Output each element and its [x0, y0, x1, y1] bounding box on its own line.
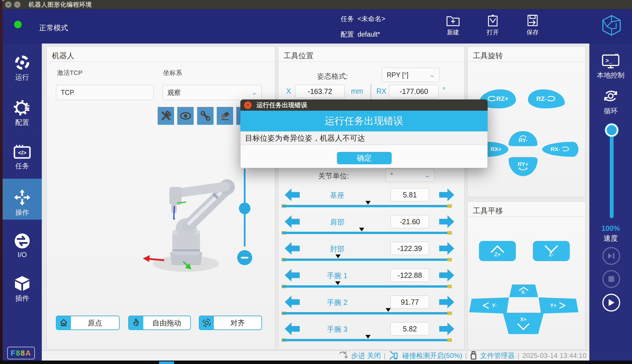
- local-control-item[interactable]: >_ 本地控制: [589, 53, 632, 80]
- zoom-out-button[interactable]: [237, 250, 252, 265]
- align-button[interactable]: 对齐: [199, 316, 262, 330]
- active-tcp-select[interactable]: TCP: [56, 85, 154, 100]
- rx-value-field[interactable]: -177.060: [389, 85, 439, 98]
- hand-icon: [129, 316, 143, 329]
- play-button[interactable]: [602, 294, 620, 312]
- chevron-down-icon: ⌄: [251, 89, 258, 96]
- joint-name: 基座: [314, 191, 360, 200]
- jog-z-minus-button[interactable]: Z-: [533, 241, 570, 261]
- file-manager-link[interactable]: 文件管理器: [480, 351, 515, 360]
- joint-slider[interactable]: [282, 201, 451, 208]
- robot-3d-view[interactable]: [127, 166, 242, 278]
- collision-status[interactable]: 碰撞检测开启(50%): [402, 351, 462, 360]
- task-name-value: <未命名>: [358, 15, 385, 22]
- joint-name: 手腕 1: [314, 271, 360, 280]
- tools-icon: [160, 110, 172, 122]
- io-arrows-icon: [14, 233, 30, 249]
- joint-slider[interactable]: [282, 335, 451, 342]
- sidebar-item-task[interactable]: </> 任务: [3, 144, 42, 171]
- tool-translate-title: 工具平移: [473, 206, 503, 216]
- joint-slider[interactable]: [282, 281, 451, 289]
- app-window: ✕ − 机器人图形化编程环境 正常模式 任务 <未命名> 配置 default*…: [0, 0, 632, 364]
- robot-panel-title: 机器人: [52, 51, 74, 61]
- chevron-right-icon: [558, 302, 567, 309]
- fkey-badge[interactable]: F88A: [7, 347, 35, 359]
- free-drag-button[interactable]: 自由拖动: [128, 316, 191, 330]
- loop-item[interactable]: 循环: [589, 88, 632, 116]
- jog-y-minus-button[interactable]: Y-: [469, 297, 509, 314]
- jog-x-plus-button[interactable]: X+: [503, 313, 544, 334]
- chevron-down-icon: ⌄: [424, 172, 431, 179]
- save-task-button[interactable]: 保存: [515, 14, 550, 36]
- view-tools-button[interactable]: [158, 107, 174, 125]
- sidebar-item-plugin[interactable]: 插件: [3, 275, 42, 303]
- joint-value-field[interactable]: -122.39: [390, 242, 429, 255]
- x-value-field[interactable]: -163.72: [295, 85, 345, 98]
- frame-select[interactable]: 观察 ⌄: [163, 85, 262, 100]
- joint-slider[interactable]: [282, 308, 451, 316]
- view-path-button[interactable]: [197, 107, 214, 125]
- open-task-button[interactable]: 打开: [476, 14, 510, 36]
- pose-format-select[interactable]: RPY [°] ⌄: [382, 68, 439, 82]
- new-task-button[interactable]: 新建: [436, 14, 470, 36]
- home-icon: [56, 316, 71, 329]
- window-minimize-icon[interactable]: −: [14, 1, 20, 8]
- joint-slider-marker: [386, 308, 391, 312]
- joint-slider-marker: [335, 254, 341, 258]
- joint-slider-marker: [365, 201, 371, 205]
- joint-value-field[interactable]: 91.77: [390, 295, 429, 309]
- chevron-down-icon: [515, 322, 531, 331]
- view-erase-button[interactable]: [217, 107, 233, 125]
- cycle-icon: [602, 88, 619, 104]
- step-forward-button[interactable]: [602, 247, 620, 265]
- home-button[interactable]: 原点: [56, 316, 120, 330]
- align-icon: [199, 316, 214, 329]
- joint-value-field[interactable]: -122.88: [390, 269, 429, 282]
- chevron-down-icon: ⌄: [429, 71, 435, 78]
- frame-label: 坐标系: [163, 69, 182, 77]
- joint-unit-select[interactable]: ° ⌄: [386, 169, 435, 182]
- svg-text:>_: >_: [605, 57, 612, 64]
- sidebar-item-run[interactable]: 运行: [3, 54, 42, 82]
- jog-x-minus-button[interactable]: X-: [509, 284, 538, 297]
- rx-unit-label: °: [443, 86, 446, 94]
- eraser-icon: [219, 110, 231, 122]
- save-icon: [525, 14, 540, 27]
- rotate-ccw-icon: [486, 95, 496, 103]
- code-window-icon: </>: [13, 144, 31, 160]
- dialog-close-icon[interactable]: ✕: [244, 101, 252, 109]
- view-visibility-button[interactable]: [177, 107, 194, 125]
- os-titlebar: ✕ − 机器人图形化编程环境: [3, 0, 632, 9]
- move-arrows-icon: [14, 189, 31, 206]
- divider: [47, 61, 275, 62]
- window-title: 机器人图形化编程环境: [29, 1, 92, 9]
- tool-rotate-title: 工具旋转: [473, 51, 503, 61]
- minus-icon: [241, 257, 248, 259]
- speed-slider-track[interactable]: [610, 130, 614, 218]
- divider: [468, 216, 585, 217]
- view-zoom-slider-thumb[interactable]: [239, 203, 250, 214]
- arc-icon: [518, 167, 528, 172]
- joint-name: 手腕 3: [314, 325, 360, 334]
- joint-value-field[interactable]: -21.60: [390, 215, 429, 228]
- step-mode-status[interactable]: 步进 关闭: [351, 351, 381, 360]
- sidebar-item-operate[interactable]: 操作: [3, 189, 42, 217]
- collision-icon: [388, 351, 399, 361]
- jog-z-plus-button[interactable]: Z+: [479, 241, 516, 261]
- joint-slider[interactable]: [282, 254, 451, 262]
- stop-button[interactable]: [602, 270, 620, 288]
- jog-y-plus-button[interactable]: Y+: [539, 297, 578, 314]
- sidebar-item-io[interactable]: I/O: [3, 233, 42, 259]
- speed-slider-thumb[interactable]: [605, 124, 618, 137]
- run-target-icon: [14, 54, 31, 71]
- sidebar-item-config[interactable]: 配置: [3, 99, 42, 127]
- joint-value-field[interactable]: 5.82: [390, 322, 429, 335]
- error-dialog-titlebar[interactable]: ✕ 运行任务出现错误: [240, 99, 488, 111]
- confirm-button[interactable]: 确定: [337, 152, 392, 164]
- window-close-icon[interactable]: ✕: [5, 1, 12, 8]
- joint-slider[interactable]: [282, 228, 451, 235]
- joint-value-field[interactable]: 5.81: [390, 188, 429, 201]
- pose-format-label: 姿态格式:: [317, 71, 348, 81]
- dialog-heading: 运行任务出现错误: [240, 111, 488, 131]
- joint-slider-marker: [335, 281, 340, 285]
